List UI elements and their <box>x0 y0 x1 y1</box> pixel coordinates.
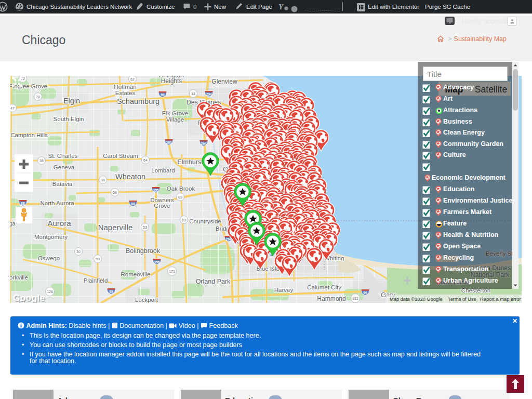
svg-text:30: 30 <box>76 250 81 254</box>
svg-text:Carol Stream: Carol Stream <box>103 153 138 159</box>
svg-text:90: 90 <box>363 291 367 295</box>
svg-text:90: 90 <box>161 93 165 97</box>
svg-text:Calumet City: Calumet City <box>307 284 341 290</box>
svg-text:47: 47 <box>10 107 15 110</box>
svg-text:Oak Brook: Oak Brook <box>167 185 195 192</box>
svg-text:Naperville: Naperville <box>98 223 133 232</box>
svg-text:53: 53 <box>143 225 147 229</box>
svg-text:Hoffman: Hoffman <box>114 84 136 90</box>
svg-text:62: 62 <box>130 77 135 81</box>
svg-text:Schaumburg: Schaumburg <box>117 97 159 105</box>
svg-text:Elmhurst: Elmhurst <box>177 158 203 166</box>
svg-text:South Elgin: South Elgin <box>54 116 84 122</box>
svg-text:355: 355 <box>153 189 158 192</box>
svg-text:St. Charles: St. Charles <box>48 153 78 159</box>
svg-text:294: 294 <box>206 92 211 96</box>
svg-text:83: 83 <box>182 218 186 222</box>
svg-text:Elk Grove: Elk Grove <box>162 110 189 116</box>
svg-text:20: 20 <box>36 95 40 99</box>
svg-text:Hammond: Hammond <box>317 295 345 302</box>
svg-text:126: 126 <box>47 290 53 294</box>
svg-text:38: 38 <box>101 178 105 182</box>
svg-text:North Aurora: North Aurora <box>40 200 74 206</box>
svg-text:294: 294 <box>201 142 206 145</box>
svg-text:Aurora: Aurora <box>47 219 71 228</box>
svg-text:Campton Hills: Campton Hills <box>10 132 48 138</box>
svg-text:Romeoville: Romeoville <box>121 271 151 277</box>
svg-text:88: 88 <box>21 202 25 205</box>
svg-text:Lombard: Lombard <box>151 167 175 174</box>
svg-text:Elgin: Elgin <box>63 97 80 105</box>
svg-text:Grove: Grove <box>154 203 170 209</box>
svg-text:59: 59 <box>96 257 100 261</box>
svg-text:Google: Google <box>13 293 45 303</box>
svg-text:171: 171 <box>169 270 175 273</box>
svg-text:Map data ©2020 Google: Map data ©2020 Google <box>390 297 442 302</box>
svg-text:Village: Village <box>166 116 184 123</box>
svg-text:Glenview: Glenview <box>211 78 237 85</box>
svg-text:912: 912 <box>352 297 358 300</box>
svg-text:Estates: Estates <box>115 90 136 96</box>
svg-text:Terms of Use: Terms of Use <box>448 297 476 302</box>
svg-text:64: 64 <box>143 158 148 162</box>
svg-text:Countryside: Countryside <box>189 218 221 224</box>
svg-text:Wheaton: Wheaton <box>115 172 145 181</box>
svg-text:14: 14 <box>191 92 195 96</box>
svg-text:56: 56 <box>113 191 117 194</box>
svg-text:294: 294 <box>225 237 231 241</box>
svg-text:Montgomery: Montgomery <box>34 234 68 240</box>
svg-text:Plainfield: Plainfield <box>84 277 108 284</box>
svg-text:Bolingbrook: Bolingbrook <box>126 247 161 255</box>
svg-text:Heights: Heights <box>161 77 182 85</box>
svg-text:55: 55 <box>109 290 113 294</box>
svg-text:Geneva: Geneva <box>54 164 75 170</box>
svg-text:38: 38 <box>39 159 44 163</box>
svg-text:290: 290 <box>166 141 171 144</box>
svg-text:355: 355 <box>154 260 159 264</box>
svg-text:Lockport: Lockport <box>135 297 158 303</box>
svg-text:Batavia: Batavia <box>52 181 73 187</box>
svg-text:Harvey: Harvey <box>274 287 294 293</box>
svg-text:Oswego: Oswego <box>38 255 60 261</box>
svg-text:orkville: orkville <box>10 274 28 281</box>
svg-text:Orland Park: Orland Park <box>196 278 231 285</box>
svg-text:83: 83 <box>178 195 182 199</box>
svg-text:Report a map error: Report a map error <box>480 297 521 302</box>
svg-text:ga: ga <box>10 220 16 227</box>
svg-text:88: 88 <box>131 202 135 206</box>
